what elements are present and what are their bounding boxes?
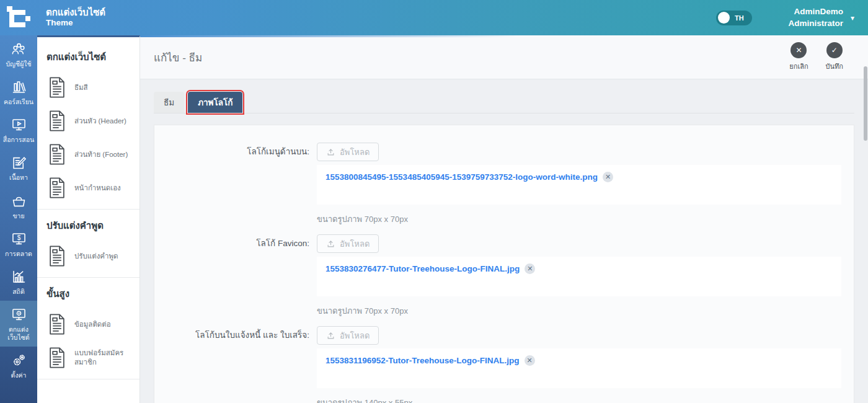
file-link[interactable]: 1553800845495-1553485405945-153975973375… xyxy=(326,172,598,182)
sidebar-item-content[interactable]: เนื้อหา xyxy=(0,149,37,187)
divider xyxy=(37,379,140,379)
submenu-heading-theme: ตกแต่งเว็บไซต์ xyxy=(37,45,140,71)
brand-logo-icon xyxy=(7,6,30,30)
stats-icon xyxy=(11,268,27,285)
remove-file-icon[interactable]: ✕ xyxy=(603,172,613,182)
tab-bar: ธีม ภาพโลโก้ xyxy=(154,92,854,113)
upload-button[interactable]: อัพโหลด xyxy=(317,326,379,345)
submenu-item-register-form[interactable]: แบบฟอร์มสมัครสมาชิก xyxy=(37,341,140,374)
document-icon xyxy=(46,76,68,99)
image-size-hint: ขนาดรูปภาพ 70px x 70px xyxy=(317,213,841,226)
field-label: โลโก้เมนูด้านบน: xyxy=(154,143,317,226)
sidebar-item-statistics[interactable]: สถิติ xyxy=(0,263,37,301)
users-icon xyxy=(11,41,27,58)
module-title-thai: ตกแต่งเว็บไซต์ xyxy=(46,7,105,19)
sell-icon xyxy=(11,193,27,210)
website-theme-icon xyxy=(11,306,27,323)
sub-sidebar: ตกแต่งเว็บไซต์ ธีมสี ส่วนหัว (Header) xyxy=(37,35,140,403)
field-invoice-logo: โลโก้บนใบแจ้งหนี้ และ ใบเสร็จ: อัพโหลด xyxy=(154,326,841,403)
cancel-button[interactable]: ✕ ยกเลิก xyxy=(789,42,808,72)
chevron-down-icon: ▾ xyxy=(851,14,854,22)
main-content: แก้ไข - ธีม ✕ ยกเลิก ✓ บันทึก ธีม ภาพโลโ… xyxy=(140,35,868,403)
language-label: TH xyxy=(730,14,748,22)
app-logo[interactable] xyxy=(0,0,37,35)
user-names: AdminDemo Administrator xyxy=(788,6,843,29)
upload-button[interactable]: อัพโหลด xyxy=(317,143,379,161)
uploaded-file-box: 1553831196952-Tutor-Treehouse-Logo-FINAL… xyxy=(317,348,841,388)
sidebar-item-courses[interactable]: คอร์สเรียน xyxy=(0,73,37,111)
submenu-heading-advanced: ขั้นสูง xyxy=(37,281,140,308)
module-title-en: Theme xyxy=(46,18,105,29)
document-icon xyxy=(46,346,68,370)
submenu-item-custom-page[interactable]: หน้ากำหนดเอง xyxy=(37,171,140,205)
submenu-item-contact-info[interactable]: ข้อมูลติดต่อ xyxy=(37,308,140,341)
sidebar-item-sell[interactable]: ขาย xyxy=(0,187,37,225)
submenu-item-header[interactable]: ส่วนหัว (Header) xyxy=(37,104,140,138)
upload-icon xyxy=(326,148,335,157)
document-icon xyxy=(46,244,68,268)
sidebar-item-media[interactable]: สื่อการสอน xyxy=(0,111,37,149)
svg-text:$: $ xyxy=(17,234,20,241)
submenu-item-footer[interactable]: ส่วนท้าย (Footer) xyxy=(37,138,140,171)
field-label: โลโก้ Favicon: xyxy=(154,234,317,317)
sidebar-item-accounts[interactable]: บัญชีผู้ใช้ xyxy=(0,35,37,73)
main-nav-rail: บัญชีผู้ใช้ คอร์สเรียน สื่อการสอน xyxy=(0,35,37,403)
tab-logo-images[interactable]: ภาพโลโก้ xyxy=(188,92,242,113)
field-label: โลโก้บนใบแจ้งหนี้ และ ใบเสร็จ: xyxy=(154,326,317,403)
settings-icon xyxy=(11,352,27,369)
submenu-heading-wording: ปรับแต่งคำพูด xyxy=(37,213,140,239)
language-toggle[interactable]: TH xyxy=(716,11,752,25)
close-icon: ✕ xyxy=(790,42,807,58)
courses-icon xyxy=(11,79,27,95)
field-top-menu-logo: โลโก้เมนูด้านบน: อัพโหลด 1553800845495 xyxy=(154,143,841,226)
user-role: Administrator xyxy=(788,18,843,29)
document-icon xyxy=(46,176,68,200)
divider xyxy=(37,277,140,278)
remove-file-icon[interactable]: ✕ xyxy=(525,264,535,274)
sidebar-item-settings[interactable]: ตั้งค่า xyxy=(0,347,37,384)
content-icon xyxy=(11,154,27,171)
tab-theme[interactable]: ธีม xyxy=(154,92,184,113)
uploaded-file-box: 1553800845495-1553485405945-153975973375… xyxy=(317,165,841,205)
save-button[interactable]: ✓ บันทึก xyxy=(826,42,843,72)
sidebar-item-marketing[interactable]: $ การตลาด xyxy=(0,225,37,263)
document-icon xyxy=(46,143,68,166)
document-icon xyxy=(46,312,68,336)
image-size-hint: ขนาดรูปภาพ 140px x 55px xyxy=(317,396,841,403)
user-name: AdminDemo xyxy=(788,6,843,17)
scrollbar-thumb[interactable] xyxy=(864,66,867,141)
submenu-item-theme-colors[interactable]: ธีมสี xyxy=(37,71,140,104)
vertical-scrollbar[interactable] xyxy=(863,35,868,403)
top-bar: ตกแต่งเว็บไซต์ Theme TH AdminDemo Admini… xyxy=(0,0,868,35)
remove-file-icon[interactable]: ✕ xyxy=(525,355,535,366)
upload-button[interactable]: อัพโหลด xyxy=(317,234,379,253)
sidebar-item-website-theme[interactable]: ตกแต่งเว็บไซต์ xyxy=(0,301,37,347)
media-icon xyxy=(11,117,27,133)
file-link[interactable]: 1553831196952-Tutor-Treehouse-Logo-FINAL… xyxy=(326,356,520,365)
file-link[interactable]: 1553830276477-Tutor-Treehouse-Logo-FINAL… xyxy=(326,264,520,273)
upload-icon xyxy=(326,331,335,340)
page-title: แก้ไข - ธีม xyxy=(154,49,202,66)
submenu-item-wording[interactable]: ปรับแต่งคำพูด xyxy=(37,239,140,273)
module-title: ตกแต่งเว็บไซต์ Theme xyxy=(46,7,105,29)
uploaded-file-box: 1553830276477-Tutor-Treehouse-Logo-FINAL… xyxy=(317,257,841,296)
upload-icon xyxy=(326,239,335,249)
image-size-hint: ขนาดรูปภาพ 70px x 70px xyxy=(317,304,841,317)
logo-form-panel: โลโก้เมนูด้านบน: อัพโหลด 1553800845495 xyxy=(154,125,854,403)
divider xyxy=(37,209,140,210)
page-header: แก้ไข - ธีม ✕ ยกเลิก ✓ บันทึก xyxy=(140,35,868,79)
toggle-knob xyxy=(718,12,730,24)
user-menu[interactable]: AdminDemo Administrator ▾ xyxy=(788,6,854,29)
check-icon: ✓ xyxy=(826,42,843,58)
document-icon xyxy=(46,109,68,133)
app-window: ตกแต่งเว็บไซต์ Theme TH AdminDemo Admini… xyxy=(0,0,868,403)
field-favicon-logo: โลโก้ Favicon: อัพโหลด 1553830276477-T xyxy=(154,234,841,317)
marketing-icon: $ xyxy=(11,231,27,247)
